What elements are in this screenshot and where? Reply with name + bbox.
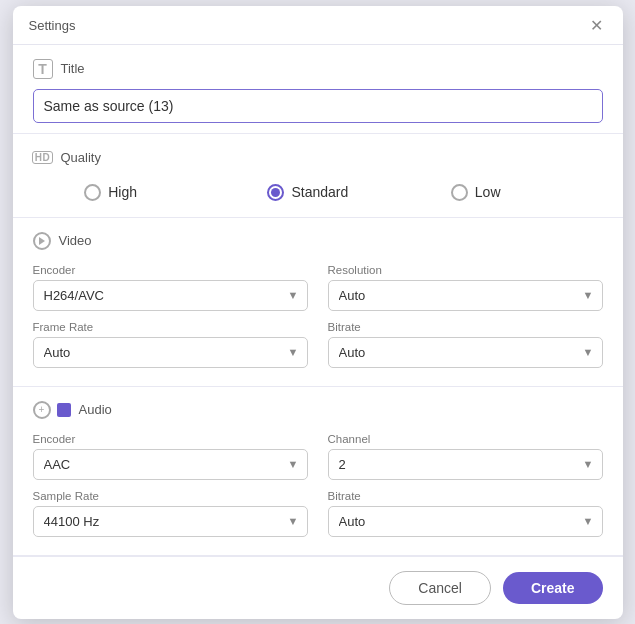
video-bitrate-label: Bitrate	[328, 321, 603, 333]
audio-encoder-label: Encoder	[33, 433, 308, 445]
quality-low-label: Low	[475, 184, 501, 200]
title-section-label: Title	[61, 61, 85, 76]
video-framerate-label: Frame Rate	[33, 321, 308, 333]
settings-dialog: Settings ✕ T Title HD Quality High	[13, 6, 623, 619]
quality-section-header: HD Quality	[33, 148, 603, 168]
audio-fields-grid: Encoder AAC ▼ Channel 2 ▼	[33, 429, 603, 545]
close-button[interactable]: ✕	[586, 16, 607, 36]
quality-standard-label: Standard	[291, 184, 348, 200]
title-icon: T	[33, 59, 53, 79]
audio-section: + Audio Encoder AAC ▼ Channel	[13, 387, 623, 556]
quality-section: HD Quality High Standard Low	[13, 134, 623, 218]
video-framerate-group: Frame Rate Auto ▼	[33, 321, 308, 368]
audio-bitrate-wrapper: Auto ▼	[328, 506, 603, 537]
quality-options-row: High Standard Low	[33, 178, 603, 207]
title-section-header: T Title	[33, 59, 603, 79]
audio-square-icon	[57, 403, 71, 417]
audio-channel-wrapper: 2 ▼	[328, 449, 603, 480]
audio-section-header: + Audio	[33, 401, 603, 419]
audio-samplerate-label: Sample Rate	[33, 490, 308, 502]
quality-high-label: High	[108, 184, 137, 200]
video-resolution-select[interactable]: Auto	[328, 280, 603, 311]
title-bar: Settings ✕	[13, 6, 623, 45]
audio-bitrate-label: Bitrate	[328, 490, 603, 502]
video-encoder-wrapper: H264/AVC ▼	[33, 280, 308, 311]
video-encoder-select[interactable]: H264/AVC	[33, 280, 308, 311]
audio-channel-select[interactable]: 2	[328, 449, 603, 480]
play-triangle-icon	[39, 237, 45, 245]
video-bitrate-group: Bitrate Auto ▼	[328, 321, 603, 368]
video-section: Video Encoder H264/AVC ▼ Resolution Auto	[13, 218, 623, 387]
audio-samplerate-wrapper: 44100 Hz ▼	[33, 506, 308, 537]
video-fields-grid: Encoder H264/AVC ▼ Resolution Auto ▼	[33, 260, 603, 376]
audio-encoder-group: Encoder AAC ▼	[33, 433, 308, 480]
video-section-header: Video	[33, 232, 603, 250]
audio-bitrate-select[interactable]: Auto	[328, 506, 603, 537]
title-input[interactable]	[33, 89, 603, 123]
dialog-footer: Cancel Create	[13, 556, 623, 619]
quality-low-option[interactable]: Low	[451, 184, 551, 201]
audio-channel-group: Channel 2 ▼	[328, 433, 603, 480]
audio-section-label: Audio	[79, 402, 112, 417]
title-section: T Title	[13, 45, 623, 134]
video-resolution-group: Resolution Auto ▼	[328, 264, 603, 311]
quality-standard-option[interactable]: Standard	[267, 184, 367, 201]
audio-samplerate-select[interactable]: 44100 Hz	[33, 506, 308, 537]
audio-channel-label: Channel	[328, 433, 603, 445]
video-bitrate-wrapper: Auto ▼	[328, 337, 603, 368]
quality-high-radio[interactable]	[84, 184, 101, 201]
quality-low-radio[interactable]	[451, 184, 468, 201]
quality-standard-radio[interactable]	[267, 184, 284, 201]
audio-expand-icon[interactable]: +	[33, 401, 51, 419]
video-resolution-label: Resolution	[328, 264, 603, 276]
audio-samplerate-group: Sample Rate 44100 Hz ▼	[33, 490, 308, 537]
dialog-title: Settings	[29, 18, 76, 33]
create-button[interactable]: Create	[503, 572, 603, 604]
video-resolution-wrapper: Auto ▼	[328, 280, 603, 311]
cancel-button[interactable]: Cancel	[389, 571, 491, 605]
quality-high-option[interactable]: High	[84, 184, 184, 201]
audio-encoder-select[interactable]: AAC	[33, 449, 308, 480]
video-bitrate-select[interactable]: Auto	[328, 337, 603, 368]
audio-bitrate-group: Bitrate Auto ▼	[328, 490, 603, 537]
video-framerate-wrapper: Auto ▼	[33, 337, 308, 368]
quality-icon: HD	[33, 148, 53, 168]
audio-icon-group: +	[33, 401, 71, 419]
quality-standard-radio-inner	[271, 188, 280, 197]
video-icon	[33, 232, 51, 250]
quality-section-label: Quality	[61, 150, 101, 165]
video-section-label: Video	[59, 233, 92, 248]
audio-encoder-wrapper: AAC ▼	[33, 449, 308, 480]
video-encoder-label: Encoder	[33, 264, 308, 276]
video-encoder-group: Encoder H264/AVC ▼	[33, 264, 308, 311]
video-framerate-select[interactable]: Auto	[33, 337, 308, 368]
